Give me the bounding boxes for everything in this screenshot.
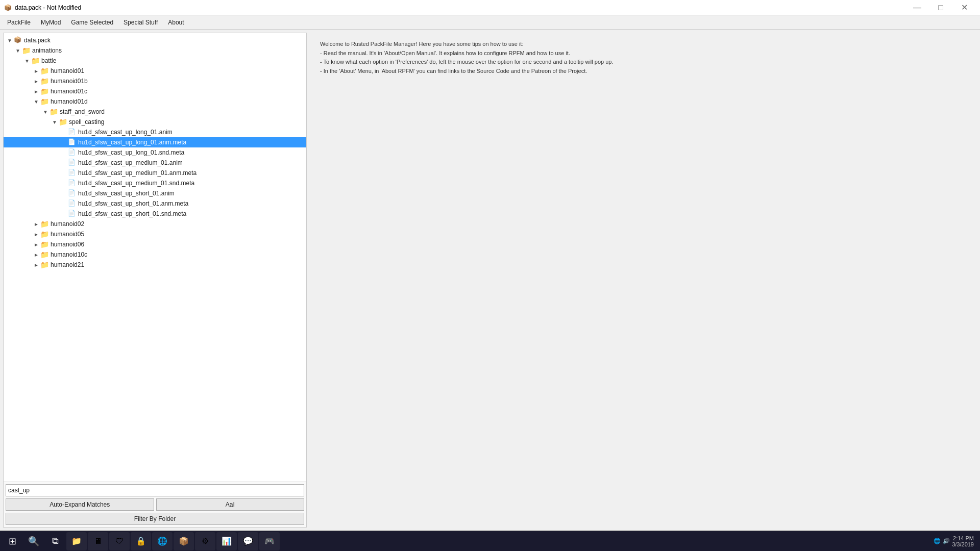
tree-node-spell-casting[interactable]: 📁 spell_casting [4, 117, 306, 127]
taskbar-app-6[interactable]: ⚙ [195, 532, 215, 550]
welcome-line4: - In the 'About' Menu, in 'About RPFM' y… [320, 67, 970, 76]
tree-arrow-spell-casting[interactable] [51, 119, 59, 125]
tree-arrow-humanoid01[interactable] [32, 68, 40, 74]
filter-by-folder-button[interactable]: Filter By Folder [6, 513, 304, 525]
pack-icon: 📦 [14, 36, 23, 44]
taskbar-app-2[interactable]: 🖥 [88, 532, 108, 550]
tree-node-humanoid01b[interactable]: 📁 humanoid01b [4, 76, 306, 86]
tree-label-file1: hu1d_sfsw_cast_up_long_01.anim [78, 129, 173, 136]
menu-special-stuff[interactable]: Special Stuff [118, 17, 163, 28]
tree-arrow-animations[interactable] [14, 48, 22, 54]
tree-label-file4: hu1d_sfsw_cast_up_medium_01.anim [78, 159, 183, 166]
tree-node-humanoid10c[interactable]: 📁 humanoid10c [4, 249, 306, 260]
taskbar-app-5[interactable]: 📦 [174, 532, 194, 550]
tree-container[interactable]: 📦 data.pack 📁 animations 📁 battle 📁 huma… [4, 33, 306, 482]
taskbar-app-9[interactable]: 🎮 [259, 532, 280, 550]
taskbar-file-explorer[interactable]: 📁 [66, 532, 87, 550]
tree-arrow-humanoid01d[interactable] [32, 99, 40, 105]
tree-label-humanoid01: humanoid01 [51, 67, 84, 74]
taskbar-browser[interactable]: 🌐 [152, 532, 173, 550]
tree-node-humanoid01[interactable]: 📁 humanoid01 [4, 66, 306, 76]
search-buttons: Auto-Expand Matches AaI [6, 498, 304, 511]
tree-node-staff-sword[interactable]: 📁 staff_and_sword [4, 107, 306, 117]
tree-label-file7: hu1d_sfsw_cast_up_short_01.anim [78, 190, 175, 197]
tree-node-file3[interactable]: 📄 hu1d_sfsw_cast_up_long_01.snd.meta [4, 147, 306, 158]
taskbar-app-7[interactable]: 📊 [216, 532, 237, 550]
tree-label-file6: hu1d_sfsw_cast_up_medium_01.snd.meta [78, 180, 194, 187]
titlebar: 📦 data.pack - Not Modified — □ ✕ [0, 0, 980, 15]
taskbar-right: 🌐 🔊 2:14 PM 3/3/2019 [934, 535, 978, 547]
left-panel: 📦 data.pack 📁 animations 📁 battle 📁 huma… [3, 33, 307, 528]
tree-label-file8: hu1d_sfsw_cast_up_short_01.anm.meta [78, 200, 188, 207]
welcome-line1: Welcome to Rusted PackFile Manager! Here… [320, 40, 970, 49]
tree-node-datapack[interactable]: 📦 data.pack [4, 35, 306, 45]
tree-node-humanoid21[interactable]: 📁 humanoid21 [4, 260, 306, 270]
file-icon-5: 📄 [68, 169, 77, 177]
taskbar-app-4[interactable]: 🔒 [131, 532, 151, 550]
tree-label-staff-sword: staff_and_sword [60, 108, 105, 115]
tree-arrow-staff-sword[interactable] [41, 109, 50, 115]
main-container: 📦 data.pack 📁 animations 📁 battle 📁 huma… [0, 30, 980, 531]
folder-icon-humanoid01: 📁 [40, 67, 50, 75]
folder-icon-animations: 📁 [22, 46, 31, 55]
taskbar: ⊞ 🔍 ⧉ 📁 🖥 🛡 🔒 🌐 📦 ⚙ 📊 💬 🎮 🌐 🔊 2:14 PM 3/… [0, 531, 980, 551]
tree-label-humanoid10c: humanoid10c [51, 251, 87, 258]
tree-node-humanoid06[interactable]: 📁 humanoid06 [4, 239, 306, 249]
tree-node-file8[interactable]: 📄 hu1d_sfsw_cast_up_short_01.anm.meta [4, 198, 306, 209]
auto-expand-button[interactable]: Auto-Expand Matches [6, 498, 154, 511]
tree-arrow-humanoid01b[interactable] [32, 79, 40, 84]
tree-node-battle[interactable]: 📁 battle [4, 56, 306, 66]
taskbar-time[interactable]: 2:14 PM 3/3/2019 [952, 535, 974, 547]
tree-node-file1[interactable]: 📄 hu1d_sfsw_cast_up_long_01.anim [4, 127, 306, 137]
tree-label-humanoid05: humanoid05 [51, 231, 84, 238]
task-view-button[interactable]: ⧉ [45, 532, 65, 550]
search-input[interactable] [6, 484, 304, 496]
tree-arrow-battle[interactable] [23, 58, 31, 64]
start-button[interactable]: ⊞ [2, 532, 22, 550]
file-icon-4: 📄 [68, 159, 77, 167]
search-button[interactable]: 🔍 [23, 532, 44, 550]
tree-node-file6[interactable]: 📄 hu1d_sfsw_cast_up_medium_01.snd.meta [4, 178, 306, 188]
app-icon: 📦 [4, 4, 12, 11]
welcome-line2: - Read the manual. It's in 'About/Open M… [320, 49, 970, 58]
tree-arrow-humanoid06[interactable] [32, 242, 40, 247]
taskbar-system-icons: 🌐 🔊 [934, 538, 950, 544]
taskbar-app-8[interactable]: 💬 [238, 532, 258, 550]
tree-node-file5[interactable]: 📄 hu1d_sfsw_cast_up_medium_01.anm.meta [4, 168, 306, 178]
tree-node-humanoid01c[interactable]: 📁 humanoid01c [4, 86, 306, 96]
menu-game-selected[interactable]: Game Selected [66, 17, 118, 28]
taskbar-app-3[interactable]: 🛡 [109, 532, 130, 550]
minimize-button[interactable]: — [905, 0, 929, 15]
tree-arrow-datapack[interactable] [6, 38, 14, 43]
tree-node-humanoid02[interactable]: 📁 humanoid02 [4, 219, 306, 229]
tree-node-humanoid01d[interactable]: 📁 humanoid01d [4, 96, 306, 107]
tree-node-file4[interactable]: 📄 hu1d_sfsw_cast_up_medium_01.anim [4, 158, 306, 168]
tree-node-animations[interactable]: 📁 animations [4, 45, 306, 56]
tree-arrow-humanoid10c[interactable] [32, 252, 40, 258]
file-icon-7: 📄 [68, 189, 77, 197]
menu-packfile[interactable]: PackFile [2, 17, 36, 28]
folder-icon-battle: 📁 [31, 57, 40, 65]
file-icon-8: 📄 [68, 199, 77, 208]
tree-node-file7[interactable]: 📄 hu1d_sfsw_cast_up_short_01.anim [4, 188, 306, 198]
folder-icon-humanoid21: 📁 [40, 261, 50, 269]
maximize-button[interactable]: □ [929, 0, 952, 15]
welcome-line3: - To know what each option in 'Preferenc… [320, 58, 970, 67]
tree-label-humanoid01c: humanoid01c [51, 88, 87, 95]
close-button[interactable]: ✕ [952, 0, 976, 15]
folder-icon-humanoid10c: 📁 [40, 251, 50, 259]
tree-arrow-humanoid21[interactable] [32, 262, 40, 268]
tree-node-file2[interactable]: 📄 hu1d_sfsw_cast_up_long_01.anm.meta [4, 137, 306, 147]
tree-arrow-humanoid01c[interactable] [32, 89, 40, 94]
menu-about[interactable]: About [163, 17, 189, 28]
tree-label-humanoid01d: humanoid01d [51, 98, 88, 105]
right-panel: Welcome to Rusted PackFile Manager! Here… [310, 30, 980, 531]
tree-arrow-humanoid02[interactable] [32, 221, 40, 227]
aai-button[interactable]: AaI [156, 498, 305, 511]
tree-node-file9[interactable]: 📄 hu1d_sfsw_cast_up_short_01.snd.meta [4, 209, 306, 219]
menu-mymod[interactable]: MyMod [36, 17, 66, 28]
folder-icon-staff-sword: 📁 [50, 108, 59, 116]
tree-arrow-humanoid05[interactable] [32, 232, 40, 237]
tree-node-humanoid05[interactable]: 📁 humanoid05 [4, 229, 306, 239]
tree-label-humanoid01b: humanoid01b [51, 78, 88, 85]
